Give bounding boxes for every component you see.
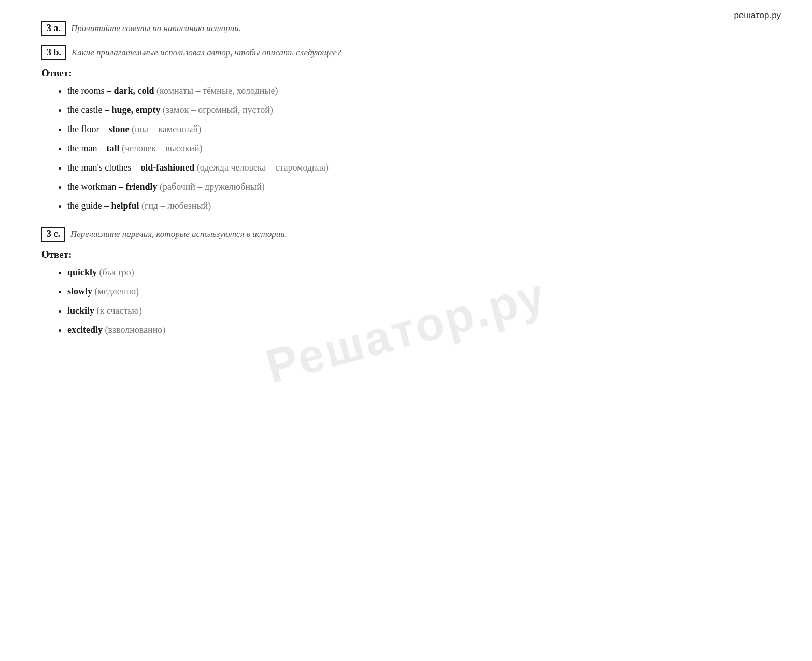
list-item: the floor – stone (пол – каменный) [67, 122, 771, 136]
translation-text: (пол – каменный) [132, 124, 201, 134]
task-3c-row: 3 c. Перечислите наречия, которые исполь… [41, 227, 771, 242]
translation-text: (комнаты – тёмные, холодные) [156, 86, 278, 96]
adverb-text: luckily [67, 305, 94, 316]
translation-text: (гид – любезный) [141, 201, 211, 211]
adjective-text: tall [106, 143, 119, 153]
list-item: quickly (быстро) [67, 265, 771, 279]
task-3b-section: 3 b. Какие прилагательные использовал ав… [41, 45, 771, 213]
adjective-text: huge, empty [111, 105, 160, 115]
adjective-text: old-fashioned [140, 162, 194, 173]
adverb-text: excitedly [67, 325, 103, 335]
list-item: slowly (медленно) [67, 285, 771, 299]
translation-text: (рабочий – дружелюбный) [160, 181, 265, 192]
subject-text: the castle [67, 105, 102, 115]
list-item: the guide – helpful (гид – любезный) [67, 199, 771, 213]
subject-text: the rooms [67, 86, 105, 96]
task-3a-section: 3 a. Прочитайте советы по написанию исто… [41, 21, 771, 36]
site-label: решатор.ру [734, 10, 781, 21]
subject-text: the floor [67, 124, 99, 134]
translation-text: (человек – высокий) [122, 143, 203, 153]
task-3c-instruction: Перечислите наречия, которые используютс… [70, 229, 287, 240]
list-item: the man – tall (человек – высокий) [67, 142, 771, 156]
list-item: the workman – friendly (рабочий – дружел… [67, 180, 771, 194]
list-item: excitedly (взволнованно) [67, 323, 771, 337]
translation-text: (быстро) [99, 267, 134, 277]
subject-text: the workman [67, 181, 116, 192]
task-3c-section: 3 c. Перечислите наречия, которые исполь… [41, 227, 771, 337]
adverb-text: quickly [67, 267, 97, 277]
task-3b-row: 3 b. Какие прилагательные использовал ав… [41, 45, 771, 60]
task-3c-box: 3 c. [41, 227, 65, 242]
translation-text: (одежда человека – старомодная) [197, 162, 329, 173]
list-item: the rooms – dark, cold (комнаты – тёмные… [67, 84, 771, 98]
task-3b-box: 3 b. [41, 45, 66, 60]
list-item: the castle – huge, empty (замок – огромн… [67, 103, 771, 117]
adverb-text: slowly [67, 286, 92, 297]
answer-label-2: Ответ: [41, 249, 771, 260]
subject-text: the man's clothes [67, 162, 131, 173]
adjective-text: dark, cold [114, 86, 154, 96]
adjective-text: friendly [125, 181, 157, 192]
task-3b-instruction: Какие прилагательные использовал автор, … [72, 48, 341, 58]
answer-label-1: Ответ: [41, 67, 771, 79]
adjectives-list: the rooms – dark, cold (комнаты – тёмные… [41, 84, 771, 213]
subject-text: the man [67, 143, 97, 153]
subject-text: the guide [67, 201, 102, 211]
list-item: luckily (к счастью) [67, 304, 771, 318]
adjective-text: helpful [111, 201, 139, 211]
task-3a-row: 3 a. Прочитайте советы по написанию исто… [41, 21, 771, 36]
list-item: the man's clothes – old-fashioned (одежд… [67, 161, 771, 175]
translation-text: (медленно) [95, 286, 139, 297]
adjective-text: stone [108, 124, 129, 134]
task-3a-instruction: Прочитайте советы по написанию истории. [71, 23, 241, 34]
translation-text: (замок – огромный, пустой) [163, 105, 273, 115]
translation-text: (взволнованно) [105, 325, 165, 335]
task-3a-box: 3 a. [41, 21, 66, 36]
adverbs-list: quickly (быстро)slowly (медленно)luckily… [41, 265, 771, 337]
translation-text: (к счастью) [97, 305, 142, 316]
